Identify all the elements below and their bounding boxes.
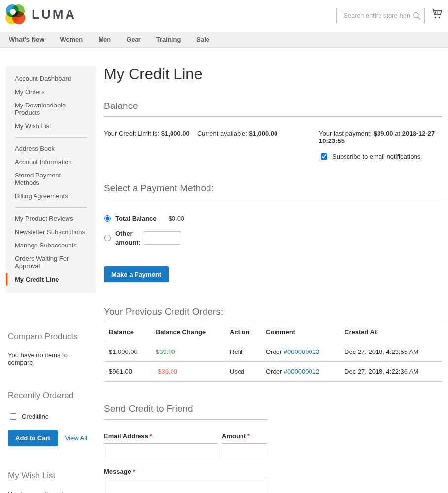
compare-products-empty-text: You have no items to compare. xyxy=(6,352,96,366)
required-marker: * xyxy=(247,432,250,440)
cell-comment: Order #000000012 xyxy=(261,362,340,382)
sidebar-item-billing-agreements[interactable]: Billing Agreements xyxy=(6,189,96,203)
nav-item-men[interactable]: Men xyxy=(98,36,111,43)
last-payment-amount: $39.00 xyxy=(374,130,393,137)
last-payment-label: Your last payment: xyxy=(319,130,372,137)
page-title: My Credit Line xyxy=(104,66,442,83)
amount-field[interactable] xyxy=(222,443,267,458)
nav-item-whats-new[interactable]: What's New xyxy=(9,36,44,43)
subscribe-label: Subscribe to email notifications xyxy=(332,153,420,160)
view-all-link[interactable]: View All xyxy=(65,434,87,442)
column-header-comment: Comment xyxy=(261,322,340,342)
column-header-balance-change: Balance Change xyxy=(151,322,225,342)
sidebar-item-account-information[interactable]: Account Information xyxy=(6,155,96,169)
cell-balance-change: $39.00 xyxy=(151,342,225,362)
total-balance-value: $0.00 xyxy=(169,215,185,222)
sidebar-item-orders-waiting-for-approval[interactable]: Orders Waiting For Approval xyxy=(6,252,96,273)
message-label: Message* xyxy=(104,468,267,475)
column-header-balance: Balance xyxy=(104,322,151,342)
wishlist-title: My Wish List xyxy=(6,471,96,481)
table-header-row: Balance Balance Change Action Comment Cr… xyxy=(104,322,442,342)
sidebar-item-account-dashboard[interactable]: Account Dashboard xyxy=(6,72,96,85)
current-available-label: Current available: xyxy=(197,130,247,137)
recently-ordered-title: Recently Ordered xyxy=(6,391,96,401)
order-link[interactable]: #000000013 xyxy=(284,348,319,355)
nav-item-women[interactable]: Women xyxy=(60,36,83,43)
payment-method-title: Select a Payment Method: xyxy=(104,183,442,199)
nav-item-sale[interactable]: Sale xyxy=(196,36,209,43)
email-label: Email Address* xyxy=(104,432,217,440)
last-payment-info: Your last payment: $39.00 at 2018-12-27 … xyxy=(319,130,442,161)
other-amount-input[interactable] xyxy=(144,231,180,245)
cell-balance-change: -$39.00 xyxy=(151,362,225,382)
email-field[interactable] xyxy=(104,443,217,458)
sidebar-item-my-credit-line[interactable]: My Credit Line xyxy=(6,273,96,286)
wishlist-empty-text: You have no items in your wish list. xyxy=(6,491,96,493)
make-payment-button[interactable]: Make a Payment xyxy=(104,266,169,282)
cell-action: Used xyxy=(225,362,261,382)
add-to-cart-button[interactable]: Add to Cart xyxy=(8,430,58,446)
sidebar-item-my-product-reviews[interactable]: My Product Reviews xyxy=(6,212,96,225)
wishlist-block: My Wish List You have no items in your w… xyxy=(6,471,96,493)
luma-logo-icon xyxy=(5,4,25,24)
sidebar-item-stored-payment-methods[interactable]: Stored Payment Methods xyxy=(6,169,96,189)
total-balance-option: Total Balance $0.00 xyxy=(104,215,442,222)
amount-label: Amount* xyxy=(222,432,267,440)
column-header-created-at: Created At xyxy=(340,322,442,342)
luma-logo[interactable]: LUMA xyxy=(5,4,76,24)
sidebar-item-newsletter-subscriptions[interactable]: Newsletter Subscriptions xyxy=(6,225,96,239)
total-balance-radio[interactable] xyxy=(104,215,111,222)
table-row: $961.00 -$39.00 Used Order #000000012 De… xyxy=(104,362,442,382)
creditline-checkbox[interactable] xyxy=(10,413,16,420)
send-credit-title: Send Credit to Friend xyxy=(104,403,267,420)
sidebar-item-my-orders[interactable]: My Orders xyxy=(6,85,96,99)
search-input[interactable] xyxy=(336,8,425,23)
balance-section: Balance Your Credit Limit is: $1,000.00 … xyxy=(104,101,442,161)
account-nav: Account Dashboard My Orders My Downloada… xyxy=(6,66,96,293)
other-amount-radio[interactable] xyxy=(104,235,111,241)
send-credit-section: Send Credit to Friend Email Address* Amo… xyxy=(104,403,267,493)
message-field[interactable] xyxy=(104,479,267,493)
order-link[interactable]: #000000012 xyxy=(284,368,319,375)
credit-limit-info: Your Credit Limit is: $1,000.00 Current … xyxy=(104,130,277,161)
main-nav: What's New Women Men Gear Training Sale xyxy=(0,32,448,48)
cell-action: Refill xyxy=(225,342,261,362)
search-icon[interactable] xyxy=(413,12,421,22)
other-amount-label: Other amount: xyxy=(115,229,143,246)
page-header: LUMA xyxy=(0,0,448,32)
last-payment-connector: at xyxy=(395,130,400,137)
subscribe-checkbox[interactable] xyxy=(321,153,327,160)
cell-created-at: Dec 27, 2018, 4:23:55 AM xyxy=(340,342,442,362)
total-balance-label: Total Balance xyxy=(115,215,157,222)
nav-item-gear[interactable]: Gear xyxy=(126,36,141,43)
other-amount-option: Other amount: xyxy=(104,229,442,246)
creditline-label: Creditline xyxy=(22,413,49,420)
search-box xyxy=(336,8,425,23)
compare-products-block: Compare Products You have no items to co… xyxy=(6,332,96,366)
payment-method-section: Select a Payment Method: Total Balance $… xyxy=(104,183,442,282)
sidebar-item-my-wish-list[interactable]: My Wish List xyxy=(6,119,96,133)
sidebar-divider xyxy=(15,207,87,208)
luma-logo-text: LUMA xyxy=(32,7,76,22)
balance-section-title: Balance xyxy=(104,101,442,117)
cell-comment: Order #000000013 xyxy=(261,342,340,362)
sidebar-item-manage-subaccounts[interactable]: Manage Subaccounts xyxy=(6,239,96,252)
sidebar: Account Dashboard My Orders My Downloada… xyxy=(6,66,96,493)
sidebar-item-address-book[interactable]: Address Book xyxy=(6,142,96,155)
cell-created-at: Dec 27, 2018, 4:22:36 AM xyxy=(340,362,442,382)
cart-icon[interactable] xyxy=(431,8,443,21)
table-row: $1,000.00 $39.00 Refill Order #000000013… xyxy=(104,342,442,362)
cell-balance: $1,000.00 xyxy=(104,342,151,362)
required-marker: * xyxy=(150,432,152,440)
column-header-action: Action xyxy=(225,322,261,342)
current-available-value: $1,000.00 xyxy=(249,130,277,137)
credit-orders-table: Balance Balance Change Action Comment Cr… xyxy=(104,322,442,382)
credit-limit-value: $1,000.00 xyxy=(161,130,190,137)
sidebar-divider xyxy=(15,137,87,138)
compare-products-title: Compare Products xyxy=(6,332,96,342)
nav-item-training[interactable]: Training xyxy=(156,36,181,43)
sidebar-item-my-downloadable-products[interactable]: My Downloadable Products xyxy=(6,99,96,119)
credit-limit-label: Your Credit Limit is: xyxy=(104,130,159,137)
previous-orders-title: Your Previous Credit Orders: xyxy=(104,306,442,322)
required-marker: * xyxy=(133,468,135,475)
